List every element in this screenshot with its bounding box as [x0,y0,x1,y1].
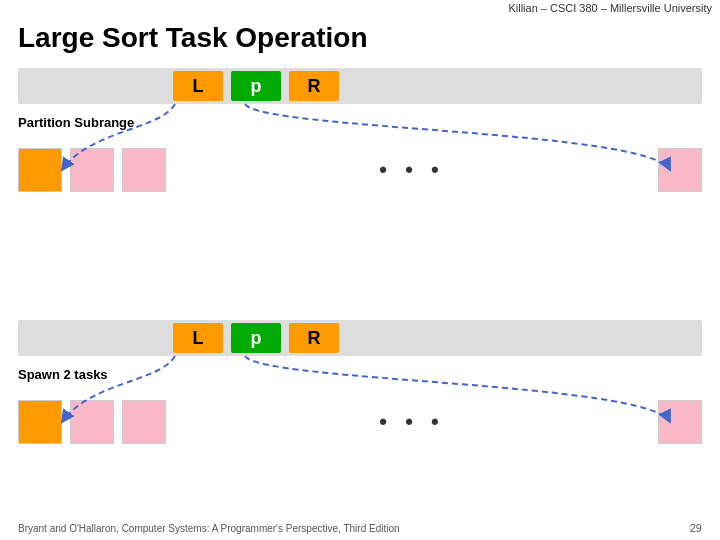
top-box-1 [18,148,62,192]
top-bar-p: p [231,71,281,101]
top-bar: L p R [18,68,702,104]
top-bar-L: L [173,71,223,101]
bottom-bar-R: R [289,323,339,353]
bottom-bar-p: p [231,323,281,353]
top-bar-R: R [289,71,339,101]
section2-label: Spawn 2 tasks [18,367,108,382]
top-box-3 [122,148,166,192]
bottom-bar: L p R [18,320,702,356]
top-boxes-row: • • • [18,148,702,192]
bottom-box-2 [70,400,114,444]
bottom-bar-L: L [173,323,223,353]
footer-text: Bryant and O'Hallaron, Computer Systems:… [18,523,400,534]
bottom-dots: • • • [379,409,444,435]
section1-label: Partition Subrange [18,115,134,130]
header-credit: Killian – CSCI 380 – Millersville Univer… [508,2,712,14]
top-box-last [658,148,702,192]
footer-page: 29 [690,522,702,534]
bottom-box-3 [122,400,166,444]
page-title: Large Sort Task Operation [18,22,368,54]
top-dots: • • • [379,157,444,183]
bottom-boxes-row: • • • [18,400,702,444]
bottom-box-last [658,400,702,444]
top-box-2 [70,148,114,192]
bottom-box-1 [18,400,62,444]
